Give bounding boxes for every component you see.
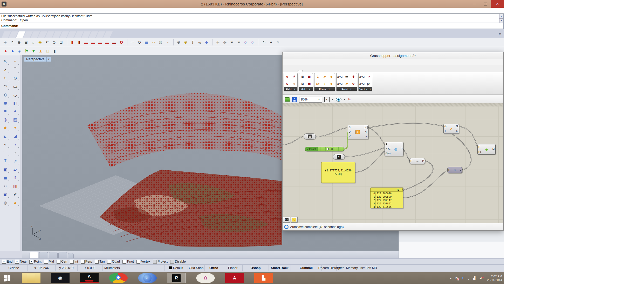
tray-icon[interactable]: ◄ <box>479 276 482 280</box>
surface-param-node[interactable]: ▦ <box>304 133 316 139</box>
toolbar-icon[interactable]: ⊙ <box>51 39 58 46</box>
toolbar-icon[interactable]: ✈ <box>242 39 249 46</box>
component-icon[interactable]: ▩ <box>306 80 313 87</box>
input-ports[interactable]: F <box>448 167 451 173</box>
toolbar-icon[interactable]: ▭ <box>129 39 136 46</box>
toolbar-icon[interactable] <box>125 39 127 45</box>
component-icon[interactable]: ∪ <box>284 73 291 80</box>
taskbar-app-button[interactable]: ✿ <box>196 273 215 283</box>
sidebar-tool-icon[interactable]: ≈ <box>11 149 20 157</box>
component-tab[interactable] <box>312 70 317 72</box>
viewport-title[interactable]: Perspective ▼ <box>24 57 51 62</box>
sidebar-tool-icon[interactable]: ◍ <box>1 199 10 206</box>
toolbar-icon[interactable]: ⊕ <box>16 39 23 46</box>
ribbon-group-label[interactable]: Point▼ <box>337 87 357 91</box>
canvas-sketch-button[interactable]: ∿ <box>291 217 298 223</box>
toolbar-icon[interactable]: ✛ <box>2 39 9 46</box>
toolbar-icon[interactable]: □ <box>44 48 51 55</box>
osnap-checkbox[interactable] <box>44 260 48 264</box>
toolbar-icon[interactable]: ↶ <box>44 39 51 46</box>
osnap-toggle[interactable]: Cen <box>57 260 67 264</box>
sidebar-tool-icon[interactable]: ⇑ <box>11 174 20 182</box>
osnap-toggle[interactable]: Tan <box>95 260 105 264</box>
status-cell[interactable]: Ortho <box>205 265 223 271</box>
toolbar-icon[interactable]: ✜ <box>221 39 228 46</box>
sidebar-tool-icon[interactable]: ⌒ <box>11 66 20 73</box>
toolbar-icon[interactable]: ◌ <box>30 39 37 46</box>
input-ports[interactable]: GT <box>444 124 447 133</box>
toolbar-icon[interactable]: ↺ <box>9 39 16 46</box>
status-cell[interactable]: Default <box>165 265 188 271</box>
point-panel-node[interactable]: {2.177735,41.4556 72,0} <box>321 162 355 183</box>
toolbar-icon[interactable]: ▼ <box>30 48 37 55</box>
ribbon-group-label[interactable]: Vector▼ <box>359 87 372 91</box>
taskbar-app-button[interactable]: R <box>167 273 186 283</box>
taskbar-app-button[interactable] <box>22 273 40 283</box>
v-count-slider[interactable]: V Count 30 <box>305 147 344 151</box>
toolbar-icon[interactable]: ⊞ <box>23 39 30 46</box>
component-tab[interactable] <box>331 70 335 72</box>
sidebar-tool-icon[interactable]: ● <box>11 107 20 115</box>
preview-eye-icon[interactable] <box>336 98 341 102</box>
toolbar-icon[interactable] <box>210 39 213 45</box>
osnap-checkbox[interactable] <box>15 260 19 264</box>
tray-icon[interactable]: ▴ <box>450 276 452 280</box>
component-tab[interactable] <box>317 70 321 72</box>
osnap-toggle[interactable]: Mid <box>44 260 54 264</box>
osnap-toggle[interactable]: Disable <box>170 260 186 264</box>
canvas-path-button[interactable]: C:/ <box>283 217 290 223</box>
component-icon[interactable]: XYZ <box>359 73 365 80</box>
toolbar-icon[interactable]: ▬ <box>83 39 90 46</box>
taskbar-app-button[interactable]: A <box>80 273 99 283</box>
toolbar-icon[interactable]: ⚑ <box>23 48 30 55</box>
start-button[interactable] <box>0 272 15 284</box>
ribbon-group-label[interactable]: Grid▼ <box>299 87 313 91</box>
toolbar-icon[interactable]: ▤ <box>143 39 150 46</box>
taskbar-app-button[interactable] <box>109 273 128 283</box>
status-cell[interactable]: Filter <box>337 265 344 271</box>
component-tab[interactable] <box>284 70 288 72</box>
toolbar-icon[interactable]: ▲ <box>37 48 44 55</box>
toolbar-icon[interactable]: ▬ <box>111 39 118 46</box>
sidebar-tool-icon[interactable]: ▨ <box>11 116 20 123</box>
component-tab[interactable] <box>345 70 350 72</box>
component-tab[interactable] <box>321 70 326 72</box>
sidebar-tool-icon[interactable]: ✦ <box>11 124 20 132</box>
output-ports[interactable]: M <box>492 144 495 154</box>
taskbar-app-button[interactable]: ◉ <box>51 273 70 283</box>
open-file-icon[interactable] <box>285 97 290 102</box>
sidebar-tool-icon[interactable]: ◇ <box>1 91 10 98</box>
viewport-tab[interactable] <box>30 252 38 258</box>
tray-icon[interactable]: ▟ <box>473 276 475 280</box>
sidebar-tool-icon[interactable]: ▦ <box>1 99 10 107</box>
status-cell[interactable]: y 238.619 <box>56 265 78 271</box>
input-ports[interactable]: PXYZGeo <box>385 142 391 156</box>
status-cell[interactable]: Millimeters <box>103 265 165 271</box>
slider-grip[interactable] <box>326 148 329 150</box>
ribbon-group-label[interactable]: Plane▼ <box>314 87 335 91</box>
component-icon[interactable]: XYZ <box>359 80 365 87</box>
toolbar-icon[interactable]: ✶ <box>228 39 235 46</box>
unit-z-node[interactable]: F ↑z V <box>447 167 462 173</box>
paintbrush-icon[interactable]: ✎ <box>347 97 352 102</box>
sidebar-tool-icon[interactable]: ◡ <box>11 91 20 98</box>
chevron-down-icon[interactable]: ▼ <box>332 98 334 101</box>
taskbar-app-button[interactable]: ▙ <box>254 273 273 283</box>
scroll-down-icon[interactable]: ▼ <box>499 18 503 23</box>
input-ports[interactable]: SUV <box>348 125 351 139</box>
toolbar-icon[interactable]: ✪ <box>118 39 125 46</box>
sidebar-tool-icon[interactable]: ◑ <box>11 141 20 148</box>
status-cell[interactable]: CPlane <box>0 265 28 271</box>
tray-icon[interactable]: ▯ <box>468 276 469 280</box>
osnap-checkbox[interactable] <box>70 260 74 264</box>
toolbar-icon[interactable]: ✶ <box>235 39 242 46</box>
sidebar-tool-icon[interactable]: ◧ <box>11 99 20 107</box>
osnap-toggle[interactable]: Knot <box>122 260 134 264</box>
component-tab[interactable] <box>303 70 307 72</box>
osnap-checkbox[interactable] <box>81 260 85 264</box>
sidebar-tool-icon[interactable]: ▥ <box>11 182 20 190</box>
input-ports[interactable]: PPl <box>478 144 482 154</box>
osnap-toggle[interactable]: Project <box>153 260 168 264</box>
sidebar-tool-icon[interactable]: ◠ <box>1 82 10 90</box>
toolbar-icon[interactable]: ✦ <box>268 39 275 46</box>
